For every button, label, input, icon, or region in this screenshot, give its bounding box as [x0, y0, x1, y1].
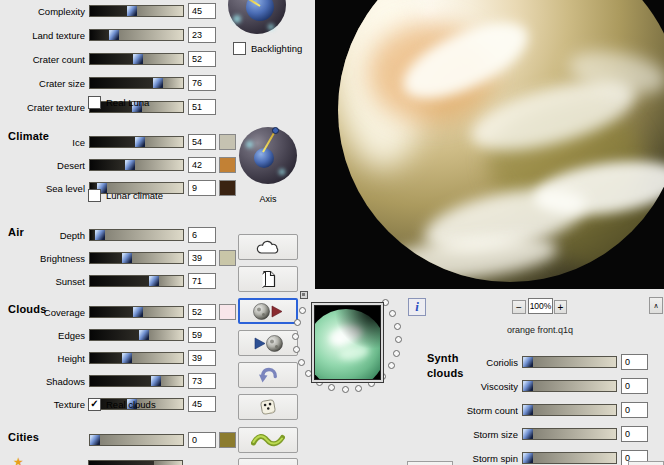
memory-dot[interactable]	[389, 310, 396, 317]
slider-track[interactable]	[89, 159, 184, 171]
slider-track[interactable]	[89, 29, 184, 41]
slider-value-input[interactable]: 45	[188, 396, 216, 412]
slider-value-input[interactable]: 59	[188, 327, 216, 343]
slider-thumb[interactable]	[122, 253, 132, 263]
slider-track[interactable]	[89, 434, 184, 446]
memory-dot[interactable]	[292, 333, 299, 340]
slider-track[interactable]	[89, 329, 184, 341]
memory-dot[interactable]	[395, 336, 402, 343]
memory-dot[interactable]	[294, 319, 301, 326]
slider-value-input[interactable]: 9	[188, 180, 216, 196]
slider-thumb[interactable]	[127, 6, 137, 16]
slider-track[interactable]	[522, 380, 617, 392]
slider-value-input[interactable]: 45	[188, 3, 216, 19]
slider-thumb[interactable]	[95, 230, 105, 240]
slider-thumb[interactable]	[122, 353, 132, 363]
memory-preview-thumbnail[interactable]	[311, 302, 384, 383]
memory-dot[interactable]	[388, 362, 395, 369]
color-swatch[interactable]	[219, 250, 236, 266]
slider-thumb[interactable]	[523, 429, 533, 439]
memory-dot[interactable]	[394, 323, 401, 330]
slider-value-input[interactable]: 0	[621, 426, 648, 442]
slider-track[interactable]	[89, 5, 184, 17]
slider-track[interactable]	[89, 306, 184, 318]
slider-track[interactable]	[89, 352, 184, 364]
slider-thumb[interactable]	[90, 435, 100, 445]
memory-dot[interactable]	[293, 346, 300, 353]
slider-thumb[interactable]	[133, 54, 143, 64]
slider-value-input[interactable]: 71	[188, 273, 216, 289]
slider-thumb[interactable]	[523, 357, 533, 367]
slider-value-input[interactable]: 39	[188, 250, 216, 266]
color-swatch[interactable]	[219, 180, 236, 196]
slider-thumb[interactable]	[135, 137, 145, 147]
color-swatch[interactable]	[219, 157, 236, 173]
memory-dot[interactable]	[393, 350, 400, 357]
undo-button[interactable]	[238, 362, 298, 388]
slider-value-input[interactable]: 39	[188, 350, 216, 366]
slider-track[interactable]	[89, 136, 184, 148]
slider-track[interactable]	[89, 375, 184, 387]
slider-thumb[interactable]	[523, 381, 533, 391]
slider-thumb[interactable]	[523, 453, 533, 463]
slider-track[interactable]	[522, 428, 617, 440]
slider-thumb[interactable]	[523, 405, 533, 415]
slider-value-input[interactable]: 73	[188, 373, 216, 389]
slider-value-input[interactable]: 54	[188, 134, 216, 150]
slider-value-input[interactable]: 6	[188, 227, 216, 243]
slider-track[interactable]	[522, 404, 617, 416]
slider-track[interactable]	[89, 77, 184, 89]
real-clouds-checkbox[interactable]: ✓	[88, 398, 101, 411]
play-globe-button[interactable]	[238, 330, 298, 356]
memory-dot[interactable]	[342, 386, 349, 393]
slider-track[interactable]	[522, 356, 617, 368]
slider-value-input[interactable]: 0	[621, 354, 648, 370]
slider-thumb[interactable]	[139, 330, 149, 340]
slider-track[interactable]	[89, 252, 184, 264]
zoom-out-button[interactable]: −	[512, 300, 526, 314]
zoom-in-button[interactable]: +	[554, 300, 567, 314]
dice-button[interactable]	[238, 394, 298, 420]
axis-knob-tip[interactable]	[272, 127, 279, 134]
real-luna-checkbox[interactable]	[88, 96, 101, 109]
color-swatch[interactable]	[219, 432, 236, 448]
color-swatch[interactable]	[219, 134, 236, 150]
slider-value-input[interactable]: 76	[188, 75, 216, 91]
backlighting-checkbox[interactable]	[233, 42, 246, 55]
slider-value-input[interactable]: 52	[188, 304, 216, 320]
slider-track[interactable]	[522, 452, 617, 464]
slider-value-input[interactable]: 23	[188, 27, 216, 43]
slider-value-input[interactable]: 52	[188, 51, 216, 67]
slider-track[interactable]	[89, 275, 184, 287]
info-button[interactable]: i	[408, 298, 426, 316]
memory-dot[interactable]	[298, 359, 305, 366]
lunar-climate-checkbox[interactable]	[88, 189, 101, 202]
memory-dot[interactable]	[355, 385, 362, 392]
planet-preview-image[interactable]	[315, 0, 664, 289]
slider-value-input[interactable]: 42	[188, 157, 216, 173]
partial-button[interactable]	[238, 458, 298, 465]
color-swatch[interactable]	[219, 304, 236, 320]
partial-slider[interactable]	[88, 460, 183, 465]
slider-thumb[interactable]	[153, 78, 163, 88]
slider-thumb[interactable]	[109, 30, 119, 40]
slider-value-input[interactable]: 0	[621, 402, 648, 418]
slider-thumb[interactable]	[149, 276, 159, 286]
document-button[interactable]	[238, 266, 298, 292]
grid-square-icon[interactable]	[300, 291, 308, 299]
slider-track[interactable]	[89, 53, 184, 65]
slider-thumb[interactable]	[151, 376, 161, 386]
globe-play-button[interactable]	[238, 298, 298, 324]
collapse-button[interactable]: ∧	[649, 297, 663, 314]
cloud-button[interactable]	[238, 234, 298, 260]
wave-button[interactable]	[238, 427, 298, 453]
slider-track[interactable]	[89, 229, 184, 241]
memory-dot[interactable]	[299, 307, 306, 314]
partial-button[interactable]	[628, 461, 664, 465]
slider-thumb[interactable]	[133, 307, 143, 317]
slider-thumb[interactable]	[125, 160, 135, 170]
memory-dot[interactable]	[328, 384, 335, 391]
slider-value-input[interactable]: 51	[188, 99, 216, 115]
slider-value-input[interactable]: 0	[621, 378, 648, 394]
slider-value-input[interactable]: 0	[188, 432, 216, 448]
